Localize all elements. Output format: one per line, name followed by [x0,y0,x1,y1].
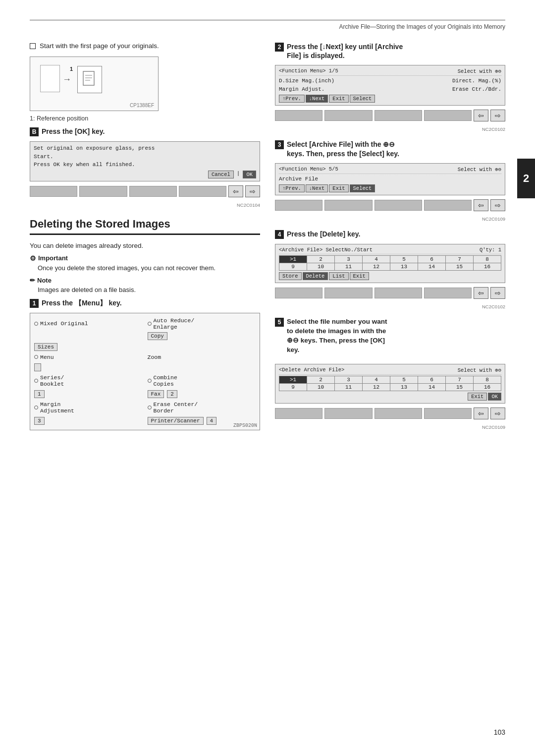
step-5-code: NC2C0109 [275,424,505,430]
panel-block-3 [129,186,177,197]
select-btn-2[interactable]: Select [350,95,375,103]
lcd2-header: <Function Menu> 1/5 Select with ⊕⊖ [279,68,501,76]
svg-rect-0 [83,71,94,85]
lcd3-btn-row: ↑Prev. ↓Next Exit Select [279,184,501,192]
radio-erase [148,406,152,409]
step-4-lcd: <Archive File> SelectNo./Start Q'ty: 1 >… [275,244,505,283]
next-btn-2[interactable]: ↓Next [306,95,328,103]
menu-cell-series: Series/Booklet [34,374,143,387]
exit-btn-5[interactable]: Exit [468,393,487,401]
important-block: ⚙ Important Once you delete the stored i… [30,254,260,272]
panel-3-block1 [275,200,322,211]
panel-3: ⇦ ⇨ [275,199,505,211]
delete-cell-9: 9 [279,383,307,391]
archive-cell-12: 12 [363,263,390,271]
step-4-heading: 4 Press the [Delete] key. [275,230,505,239]
archive-cell-15: 15 [446,263,474,271]
lcd4-header: <Archive File> SelectNo./Start Q'ty: 1 [279,247,501,254]
right-arrow-4[interactable]: ⇨ [490,287,505,299]
left-arrow-2[interactable]: ⇦ [474,110,488,121]
important-item: Once you delete the stored images, you c… [34,264,260,272]
left-arrow-5[interactable]: ⇦ [474,407,488,419]
lcd-row-1: Set original on exposure glass, press [34,144,256,153]
step-3-lcd: <Function Menu> 5/5 Select with ⊕⊖ Archi… [275,163,505,196]
menu-cell-zoom: Zoom [148,354,256,360]
panel-2-block4 [424,110,472,121]
left-arrow-B[interactable]: ⇦ [228,185,243,197]
right-arrow-B[interactable]: ⇨ [245,185,260,197]
num-box-1: 1 [34,390,45,398]
prev-btn-2[interactable]: ↑Prev. [279,95,305,103]
fax-row: Fax 2 [148,390,256,398]
archive-cell-16: 16 [474,263,501,271]
archive-cell-7: 7 [446,256,474,263]
menu-cell-mixed: Mixed Original [34,317,143,330]
delete-btn-4[interactable]: Delete [303,272,328,280]
panel-B: ⇦ ⇨ [30,185,260,197]
right-arrow-3[interactable]: ⇨ [490,199,505,211]
archive-cell-9: 9 [279,263,307,271]
left-arrow-4[interactable]: ⇦ [474,287,488,299]
exit-btn-4[interactable]: Exit [350,272,369,280]
radio-mixed [34,322,38,326]
note-item: Images are deleted on a file basis. [34,286,260,293]
panel-5-block2 [324,408,372,419]
radio-margin [34,406,38,409]
page-number: 103 [494,728,505,736]
step-2-title: Press the [↓Next] key until [Archive Fil… [287,42,403,60]
prev-btn-3[interactable]: ↑Prev. [279,184,305,192]
step-3-heading: 3 Select [Archive File] with the ⊕⊖ keys… [275,140,505,158]
page-header: Archive File—Storing the Images of your … [30,20,505,30]
step-1-heading: 1 Press the 【Menu】 key. [30,298,260,308]
num-boxes-34: 3 [34,417,143,425]
cancel-btn[interactable]: Cancel [208,171,234,178]
num-box-3: 3 [34,417,45,425]
ok-btn[interactable]: OK [243,171,256,178]
lcd2-btn-row: ↑Prev. ↓Next Exit Select [279,95,501,103]
arrow-group-B: ⇦ ⇨ [228,185,260,197]
delete-cell-5: 5 [390,376,418,383]
step-4-title: Press the [Delete] key. [287,230,360,238]
lcd5-header: <Delete Archive File> Select with ⊕⊖ [279,367,501,375]
header-title: Archive File—Storing the Images of your … [339,23,505,30]
archive-cell-13: 13 [390,263,418,271]
delete-cell-16: 16 [474,383,501,391]
archive-cell-8: 8 [474,256,501,263]
list-btn-4[interactable]: List [329,272,348,280]
lcd3-header: <Function Menu> 5/5 Select with ⊕⊖ [279,166,501,174]
right-arrow-5[interactable]: ⇨ [490,407,505,419]
next-btn-3[interactable]: ↓Next [306,184,328,192]
lcd5-btn-row: Exit OK [279,393,501,401]
zoom-box [34,363,41,371]
right-arrow-2[interactable]: ⇨ [490,110,505,121]
menu-cell-menu: Menu [34,354,143,360]
checkbox-icon [30,43,36,49]
exit-btn-2[interactable]: Exit [329,95,348,103]
radio-auto [148,322,152,326]
panel-5-block4 [424,408,472,419]
delete-cell-2: 2 [307,376,335,383]
store-btn-4[interactable]: Store [279,272,302,280]
diagram-code: CP1388EF [130,103,154,108]
left-column: Start with the first page of your origin… [30,42,260,434]
menu-diagram: Mixed Original Auto Reduce/Enlarge Copy … [30,313,260,430]
panel-4: ⇦ ⇨ [275,287,505,299]
body-text-deleting: You can delete images already stored. [30,242,260,249]
ref-num: 1 [70,66,73,72]
radio-series [34,379,38,383]
archive-cell-6: 6 [418,256,446,263]
exit-btn-3[interactable]: Exit [329,184,348,192]
sizes-box: Sizes [34,343,57,351]
panel-2-block1 [275,110,322,121]
step-5-heading: 5 Select the file number you want to del… [275,317,505,359]
arrow-icon: → [62,74,71,85]
right-column: 2 Press the [↓Next] key until [Archive F… [275,42,505,434]
panel-3-block2 [324,200,372,211]
select-btn-3[interactable]: Select [350,184,375,192]
step-5-num: 5 [275,318,284,327]
ok-btn-5[interactable]: OK [488,393,501,401]
zoom-box-row [34,363,143,371]
archive-row-2: 9 10 11 12 13 14 15 16 [279,263,501,271]
step-B-code: NC2C0104 [30,202,260,208]
left-arrow-3[interactable]: ⇦ [474,199,488,211]
